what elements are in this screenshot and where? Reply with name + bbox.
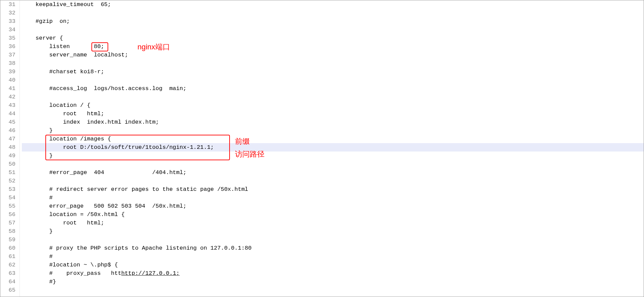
- line-number: 35: [0, 34, 15, 42]
- code-line[interactable]: [22, 59, 644, 68]
- line-number: 54: [0, 194, 15, 202]
- line-number: 46: [0, 126, 15, 135]
- code-line[interactable]: #: [22, 194, 644, 202]
- line-number: 31: [0, 0, 15, 9]
- code-line[interactable]: index index.html index.htm;: [22, 118, 644, 126]
- code-line[interactable]: #gzip on;: [22, 17, 644, 26]
- line-number: 62: [0, 261, 15, 269]
- code-line[interactable]: [22, 93, 644, 101]
- line-number: 45: [0, 118, 15, 126]
- code-line[interactable]: [22, 26, 644, 34]
- code-line[interactable]: location = /50x.html {: [22, 210, 644, 219]
- code-line[interactable]: [22, 9, 644, 17]
- code-line[interactable]: #charset koi8-r;: [22, 68, 644, 76]
- code-line[interactable]: }: [22, 126, 644, 135]
- line-number: 61: [0, 252, 15, 261]
- line-number: 48: [0, 143, 15, 152]
- code-line[interactable]: keepalive_timeout 65;: [22, 0, 644, 9]
- line-number: 40: [0, 76, 15, 84]
- line-number: 57: [0, 219, 15, 227]
- code-line[interactable]: location /images {: [22, 135, 644, 143]
- code-line[interactable]: #access_log logs/host.access.log main;: [22, 84, 644, 93]
- code-line[interactable]: location / {: [22, 101, 644, 110]
- code-line[interactable]: error_page 500 502 503 504 /50x.html;: [22, 202, 644, 210]
- code-line[interactable]: [22, 160, 644, 168]
- line-number: 33: [0, 17, 15, 26]
- code-line[interactable]: #error_page 404 /404.html;: [22, 168, 644, 177]
- code-line[interactable]: #: [22, 252, 644, 261]
- line-number: 51: [0, 168, 15, 177]
- line-number: 37: [0, 51, 15, 59]
- code-line[interactable]: [22, 236, 644, 244]
- url-text: http://127.0.0.1;: [121, 270, 179, 277]
- line-number: 42: [0, 93, 15, 101]
- line-number: 53: [0, 185, 15, 194]
- code-line[interactable]: [22, 76, 644, 84]
- code-line[interactable]: [22, 286, 644, 294]
- line-number: 34: [0, 26, 15, 34]
- line-number: 44: [0, 110, 15, 118]
- code-line[interactable]: }: [22, 227, 644, 236]
- line-number: 56: [0, 210, 15, 219]
- code-line[interactable]: #location ~ \.php$ {: [22, 261, 644, 269]
- code-line[interactable]: root html;: [22, 219, 644, 227]
- line-number: 47: [0, 135, 15, 143]
- code-line[interactable]: server {: [22, 34, 644, 42]
- code-area[interactable]: keepalive_timeout 65; #gzip on; server {…: [20, 0, 644, 297]
- code-line[interactable]: # proxy_pass htthttp://127.0.0.1;: [22, 269, 644, 278]
- code-line[interactable]: listen 80;: [22, 42, 644, 51]
- line-number: 38: [0, 59, 15, 68]
- code-line[interactable]: # proxy the PHP scripts to Apache listen…: [22, 244, 644, 252]
- line-number: 60: [0, 244, 15, 252]
- line-number: 32: [0, 9, 15, 17]
- line-number: 43: [0, 101, 15, 110]
- code-line[interactable]: }: [22, 152, 644, 160]
- code-line[interactable]: [22, 177, 644, 185]
- line-number: 63: [0, 269, 15, 278]
- line-number-gutter: 3132333435363738394041424344454647484950…: [0, 0, 20, 297]
- line-number: 39: [0, 68, 15, 76]
- code-line[interactable]: #}: [22, 278, 644, 286]
- line-number: 59: [0, 236, 15, 244]
- code-line[interactable]: server_name localhost;: [22, 51, 644, 59]
- code-line[interactable]: # redirect server error pages to the sta…: [22, 185, 644, 194]
- line-number: 64: [0, 278, 15, 286]
- line-number: 41: [0, 84, 15, 93]
- line-number: 52: [0, 177, 15, 185]
- line-number: 49: [0, 152, 15, 160]
- line-number: 55: [0, 202, 15, 210]
- line-number: 65: [0, 286, 15, 294]
- code-editor[interactable]: 3132333435363738394041424344454647484950…: [0, 0, 644, 297]
- code-line[interactable]: root D:/tools/soft/true/1tools/nginx-1.2…: [22, 143, 644, 152]
- code-line[interactable]: root html;: [22, 110, 644, 118]
- line-number: 50: [0, 160, 15, 168]
- line-number: 58: [0, 227, 15, 236]
- line-number: 36: [0, 42, 15, 51]
